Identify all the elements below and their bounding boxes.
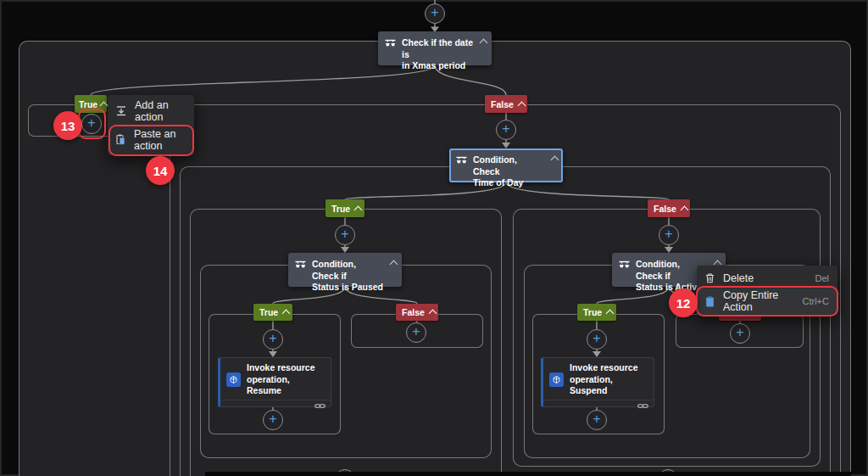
condition-icon	[385, 39, 396, 48]
menu-item-copy-entire-action[interactable]: Copy Entire Action Ctrl+C	[697, 288, 837, 314]
node-title-line: Condition, Check	[473, 154, 546, 177]
node-time-of-day-condition[interactable]: Condition, Check Time of Day	[449, 148, 563, 182]
node-title-line: Condition, Check if	[312, 259, 385, 282]
insert-action-button-false-active[interactable]: +	[730, 323, 750, 344]
node-invoke-suspend-action[interactable]: Invoke resource operation, Suspend	[541, 357, 654, 407]
paste-icon	[116, 134, 125, 145]
insert-action-menu: Add an action Paste an action	[108, 95, 194, 155]
chevron-up-icon	[680, 205, 688, 214]
branch-badge-true-paused[interactable]: True	[253, 304, 292, 321]
action-context-menu: Delete Del Copy Entire Action Ctrl+C	[697, 266, 837, 316]
branch-badge-false-root[interactable]: False	[485, 95, 527, 113]
insert-action-button-top[interactable]: +	[425, 3, 445, 24]
insert-action-button-false-paused[interactable]: +	[406, 322, 426, 343]
annotation-step-13: 13	[53, 111, 82, 140]
chevron-up-icon	[282, 310, 291, 318]
menu-item-delete[interactable]: Delete Del	[697, 267, 837, 288]
collapse-chevron-icon[interactable]	[551, 156, 559, 165]
annotation-step-12: 12	[669, 288, 698, 317]
node-title-line: Status is Paused	[312, 282, 385, 294]
annotation-step-14: 14	[146, 156, 175, 185]
node-root-condition[interactable]: Check if the date is in Xmas period	[378, 31, 492, 65]
node-title-line: Time of Day	[473, 177, 546, 189]
branch-badge-false-paused[interactable]: False	[396, 304, 438, 321]
branch-badge-true-time-of-day[interactable]: True	[326, 199, 364, 217]
insert-action-button-after-resume[interactable]: +	[263, 410, 283, 430]
chevron-up-icon	[606, 310, 615, 318]
node-status-paused-condition[interactable]: Condition, Check if Status is Paused	[288, 253, 402, 287]
node-title-line: operation, Resume	[247, 374, 326, 397]
shortcut-label: Ctrl+C	[803, 296, 829, 306]
branch-badge-false-time-of-day[interactable]: False	[648, 199, 690, 217]
chevron-up-icon	[428, 310, 437, 318]
shortcut-label: Del	[815, 273, 829, 283]
resource-operation-icon	[226, 372, 241, 387]
node-title-line: in Xmas period	[402, 60, 475, 72]
branch-badge-true-active[interactable]: True	[577, 304, 616, 321]
trash-icon	[705, 273, 715, 283]
link-icon	[637, 402, 648, 410]
workflow-designer-canvas: + Check if the date is in Xmas period Tr…	[0, 0, 868, 476]
insert-action-button-after-suspend[interactable]: +	[587, 410, 607, 430]
node-title-line: Invoke resource	[570, 362, 648, 374]
add-action-icon	[116, 106, 126, 116]
insert-action-button-true-root[interactable]: +	[81, 114, 102, 134]
collapse-chevron-icon[interactable]	[480, 39, 488, 48]
insert-action-button-false-time-of-day[interactable]: +	[659, 225, 679, 245]
resource-operation-icon	[549, 372, 564, 387]
insert-action-button-true-active[interactable]: +	[587, 329, 607, 350]
insert-action-button-true-paused[interactable]: +	[263, 329, 283, 350]
node-title-line: Invoke resource	[247, 362, 326, 374]
insert-action-button-true-time-of-day[interactable]: +	[335, 225, 355, 245]
menu-item-paste-action[interactable]: Paste an action	[108, 126, 194, 154]
chevron-up-icon	[354, 205, 363, 214]
node-invoke-resume-action[interactable]: Invoke resource operation, Resume	[218, 357, 331, 407]
node-title-line: operation, Suspend	[570, 374, 648, 397]
chevron-up-icon	[517, 101, 526, 109]
condition-icon	[456, 156, 467, 165]
copy-icon	[705, 296, 715, 307]
branch-badge-true-root[interactable]: True	[75, 95, 107, 113]
insert-action-button-false-root[interactable]: +	[496, 120, 516, 140]
condition-icon	[619, 260, 630, 270]
menu-item-add-action[interactable]: Add an action	[108, 97, 194, 126]
clipped-node-edge	[205, 472, 851, 476]
link-icon	[314, 402, 326, 410]
condition-icon	[295, 260, 306, 270]
node-title-line: Check if the date is	[402, 37, 475, 60]
collapse-chevron-icon[interactable]	[390, 260, 398, 269]
